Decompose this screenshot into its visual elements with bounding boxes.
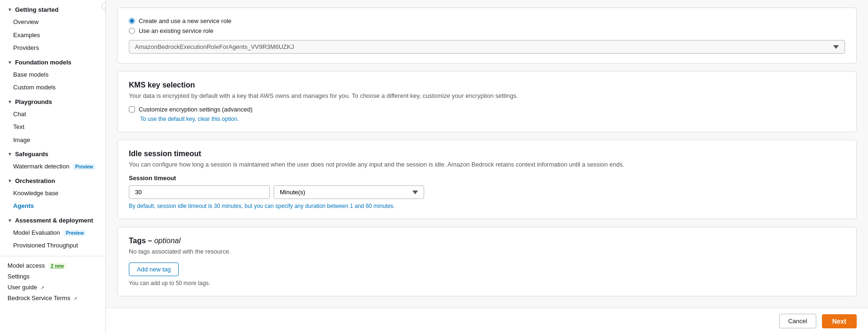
- sidebar-item-model-evaluation[interactable]: Model Evaluation Preview: [0, 226, 105, 239]
- sidebar-footer-user-guide[interactable]: User guide ↗: [0, 282, 105, 293]
- kms-checkbox-hint: To use the default key, clear this optio…: [140, 116, 845, 122]
- chevron-icon: ▼: [8, 60, 12, 65]
- sidebar-item-custom-models[interactable]: Custom models: [0, 81, 105, 94]
- sidebar-section-assessment-deployment: ▼ Assessment & deployment Model Evaluati…: [0, 215, 105, 252]
- sidebar-item-providers[interactable]: Providers: [0, 41, 105, 55]
- timeout-unit-select[interactable]: Minute(s) Second(s) Hour(s): [274, 185, 424, 199]
- tags-footer-hint: You can add up to 50 more tags.: [129, 280, 845, 286]
- sidebar: ▲ ▼ Getting started Overview Examples Pr…: [0, 0, 106, 334]
- session-timeout-label: Session timeout: [129, 175, 845, 182]
- idle-session-card: Idle session timeout You can configure h…: [117, 140, 857, 219]
- preview-badge: Preview: [73, 164, 95, 170]
- action-bar: Cancel Next: [106, 308, 868, 334]
- sidebar-section-header-foundation-models[interactable]: ▼ Foundation models: [0, 56, 105, 68]
- kms-checkbox-label[interactable]: Customize encryption settings (advanced): [139, 106, 253, 113]
- service-role-radio-group: Create and use a new service role Use an…: [129, 17, 845, 34]
- kms-title: KMS key selection: [129, 81, 845, 89]
- sidebar-footer-model-access[interactable]: Model access 2 new: [0, 260, 105, 271]
- idle-session-title: Idle session timeout: [129, 150, 845, 158]
- add-new-tag-button[interactable]: Add new tag: [129, 262, 179, 276]
- sidebar-section-playgrounds: ▼ Playgrounds Chat Text Image: [0, 96, 105, 147]
- sidebar-footer-settings[interactable]: Settings: [0, 271, 105, 282]
- chevron-icon: ▼: [8, 178, 12, 183]
- cancel-button[interactable]: Cancel: [779, 314, 816, 328]
- sidebar-item-image[interactable]: Image: [0, 134, 105, 147]
- timeout-input[interactable]: [129, 185, 270, 199]
- new-badge: 2 new: [48, 263, 66, 269]
- chevron-icon: ▼: [8, 218, 12, 223]
- radio-create-new-input[interactable]: [129, 18, 135, 24]
- sidebar-item-knowledge-base[interactable]: Knowledge base: [0, 187, 105, 200]
- radio-use-existing-input[interactable]: [129, 28, 135, 34]
- role-dropdown-container: AmazonBedrockExecutionRoleForAgents_VV9R…: [129, 40, 845, 54]
- sidebar-section-header-orchestration[interactable]: ▼ Orchestration: [0, 175, 105, 187]
- radio-use-existing[interactable]: Use an existing service role: [129, 27, 845, 34]
- sidebar-section-header-assessment-deployment[interactable]: ▼ Assessment & deployment: [0, 215, 105, 226]
- chevron-icon: ▼: [8, 7, 12, 12]
- sidebar-section-orchestration: ▼ Orchestration Knowledge base Agents: [0, 175, 105, 213]
- sidebar-item-provisioned-throughput[interactable]: Provisioned Throughput: [0, 239, 105, 252]
- sidebar-item-examples[interactable]: Examples: [0, 29, 105, 42]
- sidebar-section-foundation-models: ▼ Foundation models Base models Custom m…: [0, 56, 105, 94]
- sidebar-footer-bedrock-terms[interactable]: Bedrock Service Terms ↗: [0, 293, 105, 303]
- preview-badge: Preview: [63, 230, 86, 236]
- main-content: Create and use a new service role Use an…: [106, 0, 868, 334]
- sidebar-section-safeguards: ▼ Safeguards Watermark detection Preview: [0, 148, 105, 173]
- tags-card: Tags – optional No tags associated with …: [117, 227, 857, 296]
- timeout-hint: By default, session idle timeout is 30 m…: [129, 203, 845, 209]
- radio-create-new[interactable]: Create and use a new service role: [129, 17, 845, 24]
- service-role-card: Create and use a new service role Use an…: [117, 8, 857, 64]
- sidebar-item-chat[interactable]: Chat: [0, 108, 105, 121]
- sidebar-item-overview[interactable]: Overview: [0, 16, 105, 29]
- kms-description: Your data is encrypted by default with a…: [129, 92, 845, 99]
- next-button[interactable]: Next: [822, 314, 857, 328]
- idle-session-description: You can configure how long a session is …: [129, 161, 845, 168]
- chevron-icon: ▼: [8, 151, 12, 157]
- no-tags-text: No tags associated with the resource.: [129, 248, 845, 255]
- chevron-icon: ▼: [8, 99, 12, 104]
- role-dropdown[interactable]: AmazonBedrockExecutionRoleForAgents_VV9R…: [129, 40, 845, 54]
- sidebar-item-agents[interactable]: Agents: [0, 199, 105, 213]
- sidebar-section-header-safeguards[interactable]: ▼ Safeguards: [0, 148, 105, 160]
- kms-key-card: KMS key selection Your data is encrypted…: [117, 71, 857, 132]
- kms-checkbox-option: Customize encryption settings (advanced): [129, 106, 845, 113]
- sidebar-item-base-models[interactable]: Base models: [0, 68, 105, 81]
- timeout-row: Minute(s) Second(s) Hour(s): [129, 185, 845, 199]
- sidebar-item-watermark-detection[interactable]: Watermark detection Preview: [0, 160, 105, 173]
- external-link-icon: ↗: [73, 296, 77, 301]
- external-link-icon: ↗: [40, 285, 44, 290]
- kms-checkbox[interactable]: [129, 106, 135, 112]
- sidebar-item-text[interactable]: Text: [0, 120, 105, 134]
- sidebar-section-getting-started: ▼ Getting started Overview Examples Prov…: [0, 4, 105, 55]
- sidebar-divider: [0, 256, 105, 256]
- sidebar-section-header-playgrounds[interactable]: ▼ Playgrounds: [0, 96, 105, 108]
- sidebar-section-header-getting-started[interactable]: ▼ Getting started: [0, 4, 105, 16]
- tags-title: Tags – optional: [129, 237, 845, 245]
